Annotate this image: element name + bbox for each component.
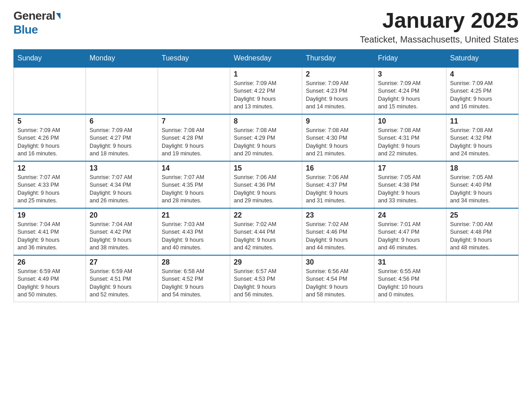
day-number: 1 xyxy=(234,70,298,78)
day-number: 18 xyxy=(450,164,515,172)
calendar-cell: 30Sunrise: 6:56 AM Sunset: 4:54 PM Dayli… xyxy=(302,255,374,302)
day-number: 17 xyxy=(378,164,442,172)
day-info: Sunrise: 7:09 AM Sunset: 4:22 PM Dayligh… xyxy=(234,80,298,111)
calendar-cell: 21Sunrise: 7:03 AM Sunset: 4:43 PM Dayli… xyxy=(158,208,230,255)
day-number: 9 xyxy=(306,117,370,125)
calendar-cell: 1Sunrise: 7:09 AM Sunset: 4:22 PM Daylig… xyxy=(230,67,302,114)
week-row-2: 5Sunrise: 7:09 AM Sunset: 4:26 PM Daylig… xyxy=(14,114,519,161)
calendar-cell: 8Sunrise: 7:08 AM Sunset: 4:29 PM Daylig… xyxy=(230,114,302,161)
calendar-cell xyxy=(158,67,230,114)
calendar-cell: 13Sunrise: 7:07 AM Sunset: 4:34 PM Dayli… xyxy=(86,161,158,208)
day-number: 15 xyxy=(234,164,298,172)
day-number: 19 xyxy=(17,211,82,219)
day-number: 24 xyxy=(378,211,442,219)
weekday-header-row: SundayMondayTuesdayWednesdayThursdayFrid… xyxy=(14,49,519,67)
calendar-cell: 29Sunrise: 6:57 AM Sunset: 4:53 PM Dayli… xyxy=(230,255,302,302)
weekday-header-saturday: Saturday xyxy=(446,49,519,67)
calendar-table: SundayMondayTuesdayWednesdayThursdayFrid… xyxy=(13,49,519,302)
calendar-cell: 27Sunrise: 6:59 AM Sunset: 4:51 PM Dayli… xyxy=(86,255,158,302)
day-info: Sunrise: 7:06 AM Sunset: 4:37 PM Dayligh… xyxy=(306,174,370,205)
day-number: 20 xyxy=(90,211,154,219)
day-number: 4 xyxy=(450,70,515,78)
calendar-cell: 19Sunrise: 7:04 AM Sunset: 4:41 PM Dayli… xyxy=(14,208,86,255)
day-info: Sunrise: 6:56 AM Sunset: 4:54 PM Dayligh… xyxy=(306,268,370,299)
day-info: Sunrise: 6:59 AM Sunset: 4:49 PM Dayligh… xyxy=(17,268,82,299)
day-info: Sunrise: 7:02 AM Sunset: 4:44 PM Dayligh… xyxy=(234,221,298,252)
day-info: Sunrise: 7:09 AM Sunset: 4:27 PM Dayligh… xyxy=(90,127,154,158)
day-number: 6 xyxy=(90,117,154,125)
day-number: 3 xyxy=(378,70,442,78)
day-number: 30 xyxy=(306,258,370,266)
weekday-header-monday: Monday xyxy=(86,49,158,67)
calendar-cell: 3Sunrise: 7:09 AM Sunset: 4:24 PM Daylig… xyxy=(374,67,446,114)
day-info: Sunrise: 6:58 AM Sunset: 4:52 PM Dayligh… xyxy=(162,268,226,299)
calendar-cell: 24Sunrise: 7:01 AM Sunset: 4:47 PM Dayli… xyxy=(374,208,446,255)
calendar-cell: 31Sunrise: 6:55 AM Sunset: 4:56 PM Dayli… xyxy=(374,255,446,302)
weekday-header-sunday: Sunday xyxy=(14,49,86,67)
day-number: 29 xyxy=(234,258,298,266)
day-number: 25 xyxy=(450,211,515,219)
day-info: Sunrise: 7:08 AM Sunset: 4:31 PM Dayligh… xyxy=(378,127,442,158)
day-info: Sunrise: 7:07 AM Sunset: 4:33 PM Dayligh… xyxy=(17,174,82,205)
day-number: 26 xyxy=(17,258,82,266)
calendar-cell xyxy=(446,255,519,302)
calendar-cell: 22Sunrise: 7:02 AM Sunset: 4:44 PM Dayli… xyxy=(230,208,302,255)
weekday-header-thursday: Thursday xyxy=(302,49,374,67)
location-title: Teaticket, Massachusetts, United States xyxy=(360,34,519,45)
calendar-cell: 12Sunrise: 7:07 AM Sunset: 4:33 PM Dayli… xyxy=(14,161,86,208)
day-info: Sunrise: 7:03 AM Sunset: 4:43 PM Dayligh… xyxy=(162,221,226,252)
calendar-cell: 7Sunrise: 7:08 AM Sunset: 4:28 PM Daylig… xyxy=(158,114,230,161)
day-info: Sunrise: 7:08 AM Sunset: 4:29 PM Dayligh… xyxy=(234,127,298,158)
day-info: Sunrise: 7:04 AM Sunset: 4:41 PM Dayligh… xyxy=(17,221,82,252)
calendar-cell: 11Sunrise: 7:08 AM Sunset: 4:32 PM Dayli… xyxy=(446,114,519,161)
day-info: Sunrise: 7:09 AM Sunset: 4:24 PM Dayligh… xyxy=(378,80,442,111)
day-info: Sunrise: 7:09 AM Sunset: 4:25 PM Dayligh… xyxy=(450,80,515,111)
day-number: 8 xyxy=(234,117,298,125)
day-info: Sunrise: 7:09 AM Sunset: 4:23 PM Dayligh… xyxy=(306,80,370,111)
week-row-5: 26Sunrise: 6:59 AM Sunset: 4:49 PM Dayli… xyxy=(14,255,519,302)
day-info: Sunrise: 7:05 AM Sunset: 4:38 PM Dayligh… xyxy=(378,174,442,205)
calendar-cell: 25Sunrise: 7:00 AM Sunset: 4:48 PM Dayli… xyxy=(446,208,519,255)
calendar-cell xyxy=(14,67,86,114)
day-number: 23 xyxy=(306,211,370,219)
day-number: 13 xyxy=(90,164,154,172)
calendar-cell: 5Sunrise: 7:09 AM Sunset: 4:26 PM Daylig… xyxy=(14,114,86,161)
day-number: 27 xyxy=(90,258,154,266)
day-info: Sunrise: 7:06 AM Sunset: 4:36 PM Dayligh… xyxy=(234,174,298,205)
calendar-cell: 9Sunrise: 7:08 AM Sunset: 4:30 PM Daylig… xyxy=(302,114,374,161)
day-number: 14 xyxy=(162,164,226,172)
day-info: Sunrise: 7:00 AM Sunset: 4:48 PM Dayligh… xyxy=(450,221,515,252)
calendar-cell: 4Sunrise: 7:09 AM Sunset: 4:25 PM Daylig… xyxy=(446,67,519,114)
logo-general-text: General xyxy=(13,9,55,23)
week-row-4: 19Sunrise: 7:04 AM Sunset: 4:41 PM Dayli… xyxy=(14,208,519,255)
day-info: Sunrise: 7:01 AM Sunset: 4:47 PM Dayligh… xyxy=(378,221,442,252)
day-info: Sunrise: 7:08 AM Sunset: 4:30 PM Dayligh… xyxy=(306,127,370,158)
logo-arrow-icon xyxy=(56,13,60,19)
page-header: General Blue January 2025 Teaticket, Mas… xyxy=(13,9,519,45)
day-number: 31 xyxy=(378,258,442,266)
calendar-cell xyxy=(86,67,158,114)
logo: General Blue xyxy=(13,9,60,37)
week-row-3: 12Sunrise: 7:07 AM Sunset: 4:33 PM Dayli… xyxy=(14,161,519,208)
day-number: 7 xyxy=(162,117,226,125)
day-info: Sunrise: 7:08 AM Sunset: 4:28 PM Dayligh… xyxy=(162,127,226,158)
calendar-cell: 2Sunrise: 7:09 AM Sunset: 4:23 PM Daylig… xyxy=(302,67,374,114)
day-info: Sunrise: 7:05 AM Sunset: 4:40 PM Dayligh… xyxy=(450,174,515,205)
day-info: Sunrise: 7:08 AM Sunset: 4:32 PM Dayligh… xyxy=(450,127,515,158)
calendar-cell: 15Sunrise: 7:06 AM Sunset: 4:36 PM Dayli… xyxy=(230,161,302,208)
day-info: Sunrise: 6:59 AM Sunset: 4:51 PM Dayligh… xyxy=(90,268,154,299)
weekday-header-wednesday: Wednesday xyxy=(230,49,302,67)
logo-blue-text: Blue xyxy=(13,23,38,37)
title-area: January 2025 Teaticket, Massachusetts, U… xyxy=(360,9,519,45)
calendar-cell: 28Sunrise: 6:58 AM Sunset: 4:52 PM Dayli… xyxy=(158,255,230,302)
calendar-cell: 10Sunrise: 7:08 AM Sunset: 4:31 PM Dayli… xyxy=(374,114,446,161)
day-info: Sunrise: 7:04 AM Sunset: 4:42 PM Dayligh… xyxy=(90,221,154,252)
weekday-header-friday: Friday xyxy=(374,49,446,67)
weekday-header-tuesday: Tuesday xyxy=(158,49,230,67)
day-number: 11 xyxy=(450,117,515,125)
day-number: 5 xyxy=(17,117,82,125)
day-number: 16 xyxy=(306,164,370,172)
calendar-cell: 16Sunrise: 7:06 AM Sunset: 4:37 PM Dayli… xyxy=(302,161,374,208)
day-number: 10 xyxy=(378,117,442,125)
day-info: Sunrise: 7:07 AM Sunset: 4:34 PM Dayligh… xyxy=(90,174,154,205)
